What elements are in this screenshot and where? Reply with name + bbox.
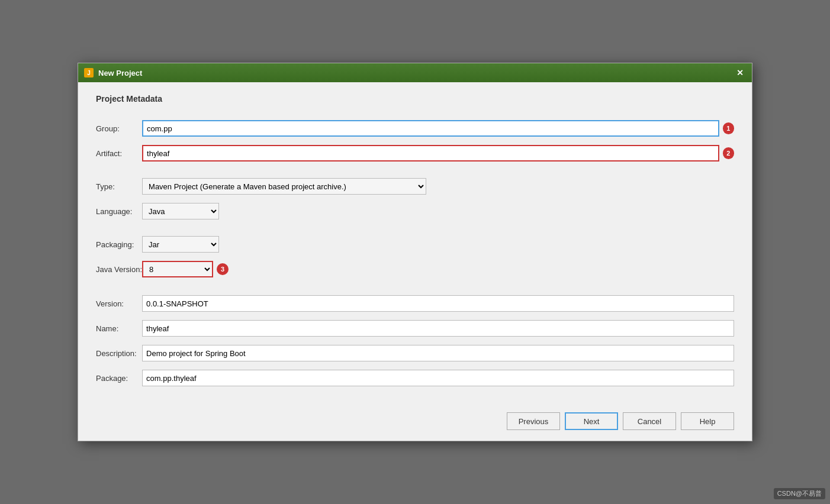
language-label: Language: [96, 201, 142, 222]
java-version-row: Java Version: 8 3 [96, 259, 734, 280]
description-row: Description: [96, 343, 734, 364]
group-inline: 1 [142, 120, 734, 137]
app-icon-text: J [87, 70, 91, 76]
packaging-select-cell: Jar [142, 234, 734, 255]
description-input[interactable] [142, 345, 734, 361]
version-row: Version: [96, 293, 734, 314]
type-select[interactable]: Maven Project (Generate a Maven based pr… [142, 178, 426, 195]
group-badge: 1 [723, 122, 734, 134]
artifact-row: Artifact: 2 [96, 143, 734, 164]
packaging-label: Packaging: [96, 234, 142, 255]
spacer-1 [96, 167, 734, 172]
type-select-cell: Maven Project (Generate a Maven based pr… [142, 176, 734, 197]
previous-button[interactable]: Previous [507, 412, 560, 430]
package-row: Package: [96, 367, 734, 389]
name-input-cell [142, 318, 734, 339]
java-version-badge: 3 [217, 263, 229, 275]
name-row: Name: [96, 318, 734, 339]
version-input-cell [142, 293, 734, 314]
artifact-input[interactable] [142, 145, 719, 161]
language-row: Language: Java [96, 201, 734, 222]
artifact-badge: 2 [723, 147, 734, 159]
dialog-footer: Previous Next Cancel Help [78, 404, 752, 441]
dialog-body: Project Metadata Group: 1 Artifact: [78, 82, 752, 404]
close-button[interactable]: ✕ [734, 67, 746, 79]
package-label: Package: [96, 367, 142, 389]
packaging-select[interactable]: Jar [142, 236, 219, 253]
version-label: Version: [96, 293, 142, 314]
group-label: Group: [96, 118, 142, 139]
java-version-select-cell: 8 3 [142, 259, 734, 280]
help-button[interactable]: Help [681, 412, 734, 430]
type-label: Type: [96, 176, 142, 197]
type-row: Type: Maven Project (Generate a Maven ba… [96, 176, 734, 197]
java-version-inline: 8 3 [142, 261, 734, 277]
artifact-input-cell: 2 [142, 143, 734, 164]
new-project-dialog: J New Project ✕ Project Metadata Group: … [78, 63, 752, 441]
spacer-2 [96, 225, 734, 230]
package-input-cell [142, 367, 734, 389]
title-bar: J New Project ✕ [78, 63, 752, 82]
language-select-cell: Java [142, 201, 734, 222]
version-input[interactable] [142, 295, 734, 312]
java-version-select[interactable]: 8 [142, 261, 213, 277]
section-title: Project Metadata [96, 94, 734, 104]
group-input[interactable] [142, 120, 719, 137]
description-input-cell [142, 343, 734, 364]
title-bar-left: J New Project [84, 68, 142, 77]
form-table: Group: 1 Artifact: 2 [96, 114, 734, 392]
next-button[interactable]: Next [565, 412, 618, 430]
cancel-button[interactable]: Cancel [623, 412, 676, 430]
package-input[interactable] [142, 370, 734, 386]
description-label: Description: [96, 343, 142, 364]
language-select[interactable]: Java [142, 203, 219, 219]
watermark: CSDN@不易普 [774, 488, 825, 499]
java-version-label: Java Version: [96, 259, 142, 280]
dialog-title: New Project [98, 69, 142, 77]
app-icon: J [84, 68, 94, 77]
packaging-row: Packaging: Jar [96, 234, 734, 255]
spacer-3 [96, 283, 734, 289]
name-label: Name: [96, 318, 142, 339]
artifact-inline: 2 [142, 145, 734, 161]
group-input-cell: 1 [142, 118, 734, 139]
group-row: Group: 1 [96, 118, 734, 139]
artifact-label: Artifact: [96, 143, 142, 164]
name-input[interactable] [142, 320, 734, 337]
